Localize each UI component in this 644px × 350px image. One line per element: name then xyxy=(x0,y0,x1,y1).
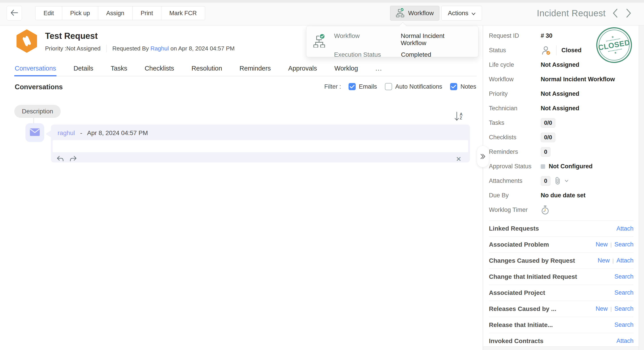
field-label: Due By xyxy=(489,192,541,199)
tab-checklists[interactable]: Checklists xyxy=(144,62,174,76)
tab-approvals[interactable]: Approvals xyxy=(288,62,318,76)
tab-details[interactable]: Details xyxy=(73,62,94,76)
sort-button[interactable]: AZ xyxy=(454,111,462,123)
details-panel: Request ID# 30StatusClosedLife cycleNot … xyxy=(483,26,638,350)
filter-label: Filter : xyxy=(324,83,341,90)
related-label: Releases Caused by ... xyxy=(489,305,556,312)
forward-button[interactable] xyxy=(69,154,78,164)
back-button[interactable] xyxy=(7,6,22,20)
previous-request-button[interactable] xyxy=(612,8,619,18)
worklog-timer-icon[interactable] xyxy=(541,205,550,215)
field-label: Technician xyxy=(489,105,541,112)
field-value-text: Not Assigned xyxy=(541,105,579,112)
toolbar-button-pick-up[interactable]: Pick up xyxy=(62,6,98,20)
actions-button-label: Actions xyxy=(448,10,468,17)
action-new-link[interactable]: New xyxy=(598,257,610,264)
arrow-left-icon xyxy=(10,9,18,17)
related-label: Release that Initiate... xyxy=(489,322,553,328)
field-value: Not Assigned xyxy=(541,62,579,68)
toolbar-button-mark-fcr[interactable]: Mark FCR xyxy=(161,6,205,20)
tab-tasks[interactable]: Tasks xyxy=(110,62,128,76)
toolbar-button-group: EditPick upAssignPrintMark FCR xyxy=(35,6,205,20)
toolbar-button-assign[interactable]: Assign xyxy=(98,6,132,20)
status-swatch xyxy=(541,164,545,169)
divider xyxy=(106,45,107,52)
action-new-link[interactable]: New xyxy=(596,241,608,248)
related-actions: New|Search xyxy=(596,241,634,248)
actions-button[interactable]: Actions xyxy=(442,6,482,20)
field-label: Workflow xyxy=(489,76,541,83)
related-actions: New|Search xyxy=(596,305,634,312)
toolbar-button-print[interactable]: Print xyxy=(132,6,161,20)
related-row-linked-requests: Linked RequestsAttach xyxy=(489,220,634,236)
related-label: Linked Requests xyxy=(489,225,539,232)
conversation-author-link[interactable]: raghul xyxy=(58,130,75,136)
requester-link[interactable]: Raghul xyxy=(150,45,169,52)
action-attach-link[interactable]: Attach xyxy=(616,338,634,344)
field-approval-status: Approval StatusNot Configured xyxy=(489,159,634,174)
workflow-icon xyxy=(396,8,406,19)
action-attach-link[interactable]: Attach xyxy=(616,257,634,264)
count-badge: 0 xyxy=(541,147,550,157)
reply-button[interactable] xyxy=(56,154,65,164)
toolbar-button-edit[interactable]: Edit xyxy=(35,6,62,20)
checkbox-auto-notifications[interactable] xyxy=(385,83,392,90)
closed-stamp: ✶ CLOSED ✶ xyxy=(593,24,635,66)
action-search-link[interactable]: Search xyxy=(614,305,634,312)
filter-notes[interactable]: Notes xyxy=(450,83,476,90)
horizontal-scrollbar[interactable] xyxy=(483,346,639,350)
checkbox-notes[interactable] xyxy=(450,83,457,90)
conversation-timestamp: Apr 8, 2024 04:57 PM xyxy=(87,130,148,136)
collapse-panel-button[interactable] xyxy=(477,146,489,168)
field-value: 0 xyxy=(541,176,568,186)
filter-option-label: Notes xyxy=(460,83,476,90)
tab-bar: ConversationsDetailsTasksChecklistsResol… xyxy=(14,62,477,76)
field-value-text: Not Assigned xyxy=(541,62,579,68)
filter-auto-notifications[interactable]: Auto Notifications xyxy=(385,83,442,90)
filter-option-label: Auto Notifications xyxy=(395,83,442,90)
field-label: Attachments xyxy=(489,178,541,184)
tab-reminders[interactable]: Reminders xyxy=(239,62,271,76)
separator: | xyxy=(610,306,612,312)
divider xyxy=(556,46,556,55)
toolbar: EditPick upAssignPrintMark FCR Workflow … xyxy=(0,3,644,26)
workflow-button[interactable]: Workflow xyxy=(390,6,439,20)
action-attach-link[interactable]: Attach xyxy=(616,225,634,232)
next-request-button[interactable] xyxy=(625,8,632,18)
tab-resolution[interactable]: Resolution xyxy=(191,62,222,76)
action-new-link[interactable]: New xyxy=(596,305,608,312)
related-actions: Search xyxy=(614,322,634,328)
related-row-change-that-initiated-request: Change that Initiated RequestSearch xyxy=(489,269,634,285)
chevron-down-icon[interactable] xyxy=(565,180,568,182)
tab-conversations[interactable]: Conversations xyxy=(14,62,56,76)
popover-row-execution-status: Execution Status Completed xyxy=(334,51,472,58)
tab-more[interactable]: ... xyxy=(375,62,382,76)
paperclip-icon[interactable] xyxy=(554,177,561,185)
filter-emails[interactable]: Emails xyxy=(348,83,377,90)
field-checklists: Checklists0/0 xyxy=(489,130,634,145)
close-icon[interactable]: ✕ xyxy=(454,155,463,163)
field-label: Tasks xyxy=(489,120,541,126)
popover-execution-status-value: Completed xyxy=(401,51,431,58)
action-search-link[interactable]: Search xyxy=(614,273,634,280)
popover-workflow-value: Normal Incident Workflow xyxy=(401,32,472,47)
field-due-by: Due ByNo due date set xyxy=(489,188,634,203)
checkbox-emails[interactable] xyxy=(348,83,356,90)
request-type-icon xyxy=(16,30,37,54)
action-search-link[interactable]: Search xyxy=(614,241,634,248)
count-badge: 0/0 xyxy=(541,118,556,128)
field-value: 0/0 xyxy=(541,132,556,142)
field-value-text: Normal Incident Workflow xyxy=(541,76,615,83)
tab-worklog[interactable]: Worklog xyxy=(334,62,358,76)
related-label: Invoked Contracts xyxy=(489,338,543,345)
vertical-scrollbar[interactable] xyxy=(639,26,644,350)
action-search-link[interactable]: Search xyxy=(614,289,634,296)
workflow-button-label: Workflow xyxy=(408,10,434,17)
action-search-link[interactable]: Search xyxy=(614,322,634,328)
requested-by-prefix: Requested By xyxy=(112,45,149,52)
field-value: # 30 xyxy=(541,32,552,39)
workflow-popover: Workflow Normal Incident Workflow Execut… xyxy=(306,26,478,57)
field-value: Not Configured xyxy=(541,163,592,170)
requester-status-icon xyxy=(541,45,552,56)
field-label: Request ID xyxy=(489,32,541,39)
